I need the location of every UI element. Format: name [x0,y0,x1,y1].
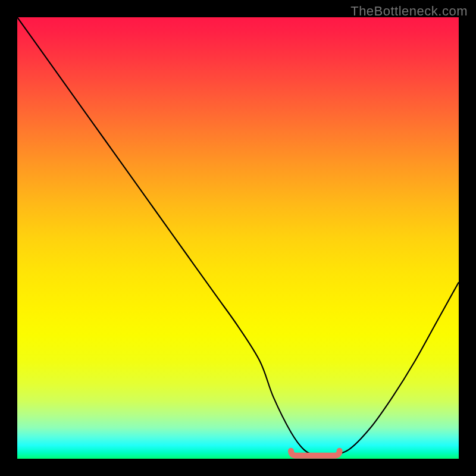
chart-marker-layer [17,17,459,459]
watermark-text: TheBottleneck.com [350,4,468,19]
optimal-range-marker [291,451,340,456]
chart-plot-area [17,17,459,459]
